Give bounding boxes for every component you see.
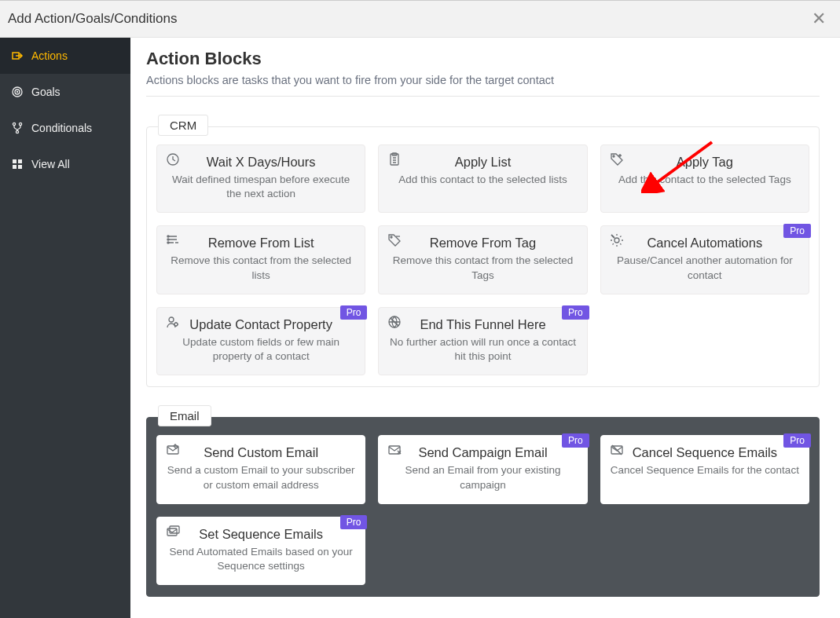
card-title: Cancel Sequence Emails [611,445,799,460]
card-send-campaign-email[interactable]: Pro Send Campaign Email Send an Email fr… [378,435,587,503]
svg-point-21 [174,323,178,326]
card-apply-tag[interactable]: Apply Tag Add this contact to the select… [600,144,809,213]
cards-email: Send Custom Email Send a custom Email to… [156,435,809,585]
globe-stop-icon [387,314,402,333]
gear-cancel-icon [609,232,625,251]
card-desc: No further action will run once a contac… [388,335,577,364]
svg-point-19 [614,238,619,243]
tag-add-icon [609,152,625,170]
sidebar-item-label: Actions [31,49,68,62]
svg-point-17 [167,242,169,243]
page-title: Action Blocks [146,49,820,69]
mail-cancel-icon [609,442,625,461]
card-desc: Pause/Cancel another automation for cont… [611,254,799,282]
svg-point-14 [613,155,614,157]
tag-remove-icon [387,232,402,251]
pro-badge: Pro [783,224,811,238]
card-title: Send Campaign Email [388,445,577,460]
svg-point-5 [19,123,21,125]
sidebar: Actions Goals Conditionals [0,38,130,618]
card-desc: Send a custom Email to your subscriber o… [167,463,355,492]
list-remove-icon [165,232,181,251]
card-title: Wait X Days/Hours [167,155,355,170]
card-remove-from-tag[interactable]: Remove From Tag Remove this contact from… [378,225,587,294]
card-set-sequence-emails[interactable]: Pro Set Sequence Emails Send Automated E… [156,517,365,585]
action-enter-icon [11,49,24,62]
card-title: Send Custom Email [167,445,355,460]
card-desc: Wait defined timespan before execute the… [167,173,355,201]
user-edit-icon [165,314,181,333]
card-update-contact-property[interactable]: Pro Update Contact Property Update custo… [156,307,365,375]
svg-rect-7 [13,159,17,163]
svg-point-16 [167,239,169,240]
svg-rect-9 [13,165,17,169]
group-email: Email Send Custom Email Send a custom Em… [146,417,820,597]
card-desc: Send Automated Emails based on your Sequ… [167,545,355,573]
group-label-email: Email [158,405,211,426]
pro-badge: Pro [340,515,368,529]
card-cancel-automations[interactable]: Pro Cancel Automations Pause/Cancel anot… [600,225,809,294]
sidebar-item-label: Goals [31,86,61,98]
card-apply-list[interactable]: Apply List Add this contact to the selec… [378,144,587,213]
card-title: Remove From Tag [388,236,577,250]
dialog-title: Add Action/Goals/Conditions [8,11,177,27]
cards-crm: Wait X Days/Hours Wait defined timespan … [156,144,809,375]
clipboard-icon [387,152,402,170]
card-desc: Remove this contact from the selected li… [167,254,355,282]
dialog-body: Actions Goals Conditionals [0,38,840,618]
card-title: Apply Tag [611,155,799,170]
branch-icon [11,122,24,134]
sidebar-item-goals[interactable]: Goals [0,74,130,110]
card-send-custom-email[interactable]: Send Custom Email Send a custom Email to… [156,435,365,503]
svg-point-15 [167,236,169,237]
mail-edit-icon [165,442,181,461]
sidebar-item-label: View All [31,158,70,170]
card-title: Cancel Automations [611,236,799,250]
grid-icon [11,158,24,170]
card-title: Set Sequence Emails [167,527,355,542]
card-title: Update Contact Property [167,317,355,332]
card-title: Remove From List [167,236,355,250]
main-panel: Action Blocks Actions blocks are tasks t… [130,38,840,618]
dialog-header: Add Action/Goals/Conditions ✕ [0,0,840,38]
card-desc: Send an Email from your existing campaig… [388,463,577,492]
sidebar-item-actions[interactable]: Actions [0,38,130,74]
card-cancel-sequence-emails[interactable]: Pro Cancel Sequence Emails Cancel Sequen… [600,435,809,503]
card-title: End This Funnel Here [388,317,577,332]
target-icon [11,86,24,98]
card-remove-from-list[interactable]: Remove From List Remove this contact fro… [156,225,365,294]
pro-badge: Pro [562,305,589,320]
sidebar-item-view-all[interactable]: View All [0,146,130,182]
sidebar-item-label: Conditionals [31,122,92,134]
card-end-funnel[interactable]: Pro End This Funnel Here No further acti… [378,307,587,375]
group-crm: CRM Wait X Days/Hours Wait defined times… [146,126,820,387]
card-desc: Add this contact to the selected Tags [611,173,799,187]
svg-rect-8 [18,159,22,163]
svg-point-4 [13,123,15,125]
card-desc: Cancel Sequence Emails for the contact [611,463,799,477]
mail-sequence-icon [165,524,181,543]
card-desc: Remove this contact from the selected Ta… [388,254,577,282]
pro-badge: Pro [340,305,368,320]
group-label-crm: CRM [158,115,208,136]
card-title: Apply List [388,155,577,170]
pro-badge: Pro [562,433,589,448]
close-icon[interactable]: ✕ [812,10,826,27]
sidebar-item-conditionals[interactable]: Conditionals [0,110,130,146]
pro-badge: Pro [783,433,811,448]
svg-point-3 [17,92,18,93]
svg-rect-10 [18,165,22,169]
card-desc: Update custom fields or few main propert… [167,335,355,364]
card-wait-x-days[interactable]: Wait X Days/Hours Wait defined timespan … [156,144,365,213]
mail-send-icon [387,442,402,461]
card-desc: Add this contact to the selected lists [388,173,577,187]
clock-icon [165,152,181,170]
svg-point-18 [391,236,392,238]
page-subtitle: Actions blocks are tasks that you want t… [146,74,820,97]
svg-point-20 [169,317,174,322]
